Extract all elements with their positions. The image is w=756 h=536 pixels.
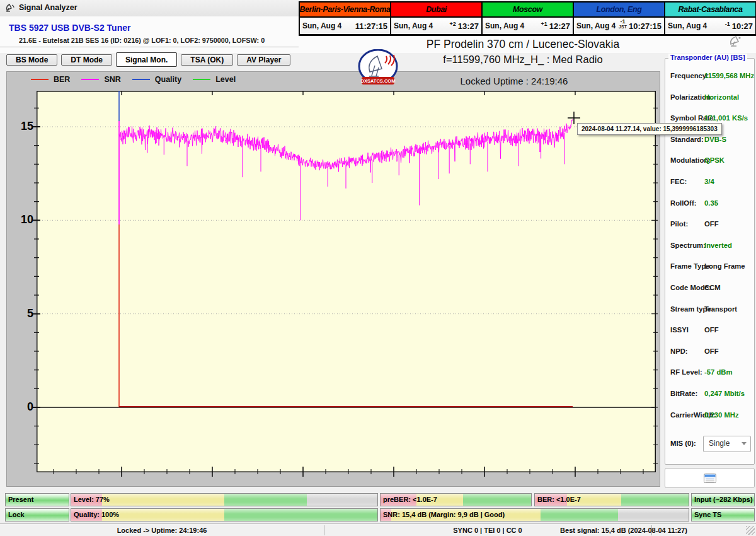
field-label: RollOff: xyxy=(670,199,696,207)
field-value: -57 dBm xyxy=(704,368,733,376)
clock-utc-offset: -1 xyxy=(725,21,730,26)
clock-column: Rabat-CasablancaSun, Aug 4-110:27 xyxy=(664,3,755,34)
tuner-name: TBS 5927 USB DVB-S2 Tuner xyxy=(9,23,130,33)
window-title: Signal Analyzer xyxy=(19,3,77,12)
tab-dt-mode[interactable]: DT Mode xyxy=(61,54,112,66)
clock-column: MoscowSun, Aug 4+112:27 xyxy=(481,3,573,34)
transponder-field-row: Modulation:QPSK xyxy=(665,156,754,166)
tab-signal-mon-[interactable]: Signal Mon. xyxy=(116,52,177,67)
field-value: 0.35 xyxy=(704,199,718,207)
transponder-field-row: Pilot:OFF xyxy=(665,220,754,230)
legend-label: SNR xyxy=(104,75,120,84)
field-label: NPD: xyxy=(670,347,688,355)
y-axis-tick-label: 10 xyxy=(8,213,33,226)
meter-segment xyxy=(463,494,531,506)
meter-label: Sync TS xyxy=(694,511,721,518)
clock-utc-offset: +1 xyxy=(541,21,547,26)
input-indicator: Input (~282 Kbps) xyxy=(691,493,755,506)
meter-label: preBER: <1.0E-7 xyxy=(383,496,437,503)
transponder-field-row: Polarization:Horizontal xyxy=(665,93,754,103)
legend-item: SNR xyxy=(81,75,120,84)
chart-legend: BERSNRQualityLevel xyxy=(31,75,236,84)
field-value: DVB-S xyxy=(704,136,726,143)
clock-time: 12:27 xyxy=(549,21,570,31)
transponder-field-row: CarrierWidth:0,230 MHz xyxy=(665,411,754,421)
clock-time: 13:27 xyxy=(458,21,479,31)
field-value: 0,230 MHz xyxy=(704,411,739,419)
clock-time-row: Sun, Aug 4-1JST10:27:15 xyxy=(574,18,664,34)
plot-area[interactable] xyxy=(37,91,656,472)
level-meter: Level: 77% xyxy=(71,493,378,506)
legend-line-icon xyxy=(132,79,150,80)
clock-column: DubaiSun, Aug 4+213:27 xyxy=(390,3,481,34)
y-axis-tick-label: 5 xyxy=(8,307,33,320)
list-icon xyxy=(704,474,716,483)
field-label: Frequency: xyxy=(670,72,709,79)
field-value: OFF xyxy=(704,347,719,355)
field-value: Horizontal xyxy=(704,93,739,101)
legend-line-icon xyxy=(193,79,210,80)
legend-item: Level xyxy=(193,75,236,84)
mis-select[interactable]: Single xyxy=(703,436,751,452)
transponder-field-row: Stream type:Transport xyxy=(665,305,754,315)
tab-bs-mode[interactable]: BS Mode xyxy=(6,54,57,66)
legend-item: Quality xyxy=(132,75,181,84)
ber-meter: BER: <1.0E-7 xyxy=(534,493,689,506)
transponder-field-row: ISSYIOFF xyxy=(665,326,754,336)
transponder-field-row: Frequency:11599,568 MHz xyxy=(665,72,754,82)
transponder-field-row: BitRate:0,247 Mbit/s xyxy=(665,390,754,400)
clock-utc-offset: -1JST xyxy=(619,19,627,30)
dish-location-title: PF Prodelin 370 cm / Lucenec-Slovakia xyxy=(391,38,655,51)
mode-tabs: BS ModeDT ModeSignal Mon.TSA (OK)AV Play… xyxy=(6,54,290,67)
clock-date: Sun, Aug 4 xyxy=(485,21,524,30)
clock-city-label: Moscow xyxy=(483,3,573,18)
transponder-field-row: FEC:3/4 xyxy=(665,178,754,188)
clock-offset-label: JST xyxy=(619,25,627,30)
meter-label: Present xyxy=(8,496,33,503)
quality-meter: Quality: 100% xyxy=(71,508,378,521)
y-axis-tick-label: 15 xyxy=(8,120,33,133)
lock-indicator: Lock xyxy=(5,508,69,521)
clock-date: Sun, Aug 4 xyxy=(394,21,433,30)
field-value: 11599,568 MHz xyxy=(704,72,754,79)
meter-segment xyxy=(621,494,689,506)
clock-time: 10:27 xyxy=(732,21,753,31)
field-value: Inverted xyxy=(704,242,732,249)
transponder-field-row: Spectrum:Inverted xyxy=(665,242,754,252)
dxsatcs-logo: DXSATCS.COM xyxy=(358,49,399,86)
clock-time-row: Sun, Aug 4+213:27 xyxy=(391,18,481,34)
field-label: Pilot: xyxy=(670,220,688,228)
clock-time-row: Sun, Aug 4-110:27 xyxy=(665,18,755,34)
clock-time-row: Sun, Aug 4+112:27 xyxy=(483,18,573,34)
tab-tsa-ok-[interactable]: TSA (OK) xyxy=(181,54,233,66)
legend-line-icon xyxy=(31,79,49,80)
transponder-field-row: Code Mode:CCM xyxy=(665,284,754,294)
resize-grip-icon[interactable] xyxy=(746,526,755,535)
panel-list-button[interactable] xyxy=(665,468,755,488)
field-label: BitRate: xyxy=(670,390,697,397)
syncts-indicator: Sync TS xyxy=(691,508,755,521)
clock-city-label: Dubai xyxy=(391,3,481,18)
transponder-field-row: Frame Type:Long Frame xyxy=(665,262,754,272)
statusbar-uptime: Locked -> Uptime: 24:19:46 xyxy=(0,527,324,534)
signal-analyzer-window: Signal Analyzer Berlin-Paris-Vienna-Roma… xyxy=(0,0,756,536)
clock-time: 10:27:15 xyxy=(629,21,662,31)
field-value: 0,247 Mbit/s xyxy=(704,390,745,397)
legend-label: Quality xyxy=(155,75,181,84)
meter-segment xyxy=(224,509,377,521)
transponder-field-row: NPD:OFF xyxy=(665,347,754,358)
tab-av-player[interactable]: AV Player xyxy=(237,54,290,66)
transponder-field-row: RollOff:0.35 xyxy=(665,199,754,209)
signal-chart: BERSNRQualityLevel Locked Uptime : 24:19… xyxy=(6,71,660,487)
statusbar-best-signal: Best signal: 15,4 dB (2024-08-04 11:27) xyxy=(548,527,699,534)
chevron-down-icon xyxy=(742,442,747,445)
locked-uptime-text: Locked Uptime : 24:19:46 xyxy=(388,76,640,86)
field-label: ISSYI xyxy=(670,326,689,334)
clock-column: Berlin-Paris-Vienna-RomaSun, Aug 411:27:… xyxy=(300,3,390,34)
logo-text: DXSATCS.COM xyxy=(361,78,396,84)
field-label: FEC: xyxy=(670,178,687,185)
field-value: CCM xyxy=(704,284,721,291)
legend-line-icon xyxy=(81,79,99,80)
clock-city-label: London, Eng xyxy=(574,3,664,18)
field-value: 171,001 KS/s xyxy=(704,114,748,122)
